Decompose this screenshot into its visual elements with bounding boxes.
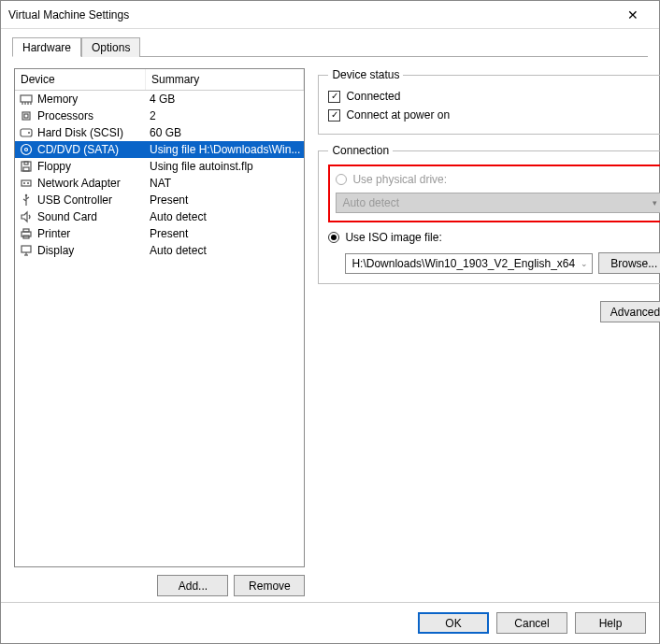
device-summary: Present — [148, 227, 300, 240]
device-summary: NAT — [148, 177, 300, 190]
device-name: Hard Disk (SCSI) — [37, 126, 148, 139]
svg-rect-5 — [22, 112, 30, 120]
physical-drive-value: Auto detect — [342, 196, 399, 209]
svg-point-17 — [25, 194, 27, 196]
connected-row[interactable]: ✓ Connected — [328, 87, 660, 106]
list-item[interactable]: PrinterPresent — [15, 225, 304, 242]
svg-rect-13 — [23, 167, 29, 171]
content-area: Hardware Options Device Summary Memory4 … — [1, 29, 659, 602]
device-name: Floppy — [37, 160, 148, 173]
connection-legend: Connection — [328, 144, 393, 157]
svg-rect-21 — [22, 246, 31, 252]
device-name: USB Controller — [37, 193, 148, 207]
help-button[interactable]: Help — [575, 612, 646, 634]
checkbox-icon[interactable]: ✓ — [328, 91, 340, 103]
printer-icon — [19, 226, 34, 241]
device-name: Sound Card — [37, 210, 148, 223]
svg-rect-14 — [22, 180, 31, 186]
advanced-row: Advanced... — [318, 301, 660, 322]
checkbox-icon[interactable]: ✓ — [328, 109, 340, 122]
iso-file-row: H:\Downloads\Win10_1903_V2_English_x64 ⌄… — [345, 252, 660, 274]
memory-icon — [19, 92, 34, 107]
svg-rect-12 — [24, 162, 28, 165]
device-name: CD/DVD (SATA) — [37, 143, 148, 156]
device-summary: 4 GB — [148, 93, 300, 106]
usb-icon — [19, 193, 34, 208]
list-item[interactable]: DisplayAuto detect — [15, 242, 304, 259]
network-icon — [19, 176, 34, 191]
physical-drive-label: Use physical drive: — [352, 173, 447, 186]
list-item[interactable]: CD/DVD (SATA)Using file H:\Downloads\Win… — [15, 141, 304, 158]
display-icon — [19, 243, 34, 258]
iso-file-select[interactable]: H:\Downloads\Win10_1903_V2_English_x64 ⌄ — [345, 253, 593, 274]
list-item[interactable]: Hard Disk (SCSI)60 GB — [15, 124, 304, 141]
left-panel: Device Summary Memory4 GBProcessors2Hard… — [14, 68, 305, 596]
column-header-summary[interactable]: Summary — [146, 69, 304, 90]
svg-rect-0 — [21, 95, 32, 102]
cd-icon — [19, 142, 34, 157]
svg-point-15 — [23, 182, 25, 184]
device-summary: Auto detect — [148, 210, 300, 223]
iso-row-radio[interactable]: Use ISO image file: — [328, 228, 660, 247]
svg-point-8 — [28, 132, 30, 134]
list-item[interactable]: Memory4 GB — [15, 91, 304, 107]
main-panels: Device Summary Memory4 GBProcessors2Hard… — [12, 57, 648, 602]
browse-button[interactable]: Browse... — [598, 252, 660, 274]
list-item[interactable]: USB ControllerPresent — [15, 192, 304, 208]
list-item[interactable]: Processors2 — [15, 107, 304, 124]
device-name: Printer — [37, 227, 148, 240]
connection-group: Connection Use physical drive: Auto dete… — [318, 144, 660, 284]
svg-point-10 — [25, 149, 28, 151]
cpu-icon — [19, 108, 34, 123]
disk-icon — [19, 125, 34, 140]
device-name: Processors — [37, 109, 148, 122]
svg-point-9 — [22, 145, 32, 155]
tab-hardware[interactable]: Hardware — [12, 37, 81, 57]
iso-file-value: H:\Downloads\Win10_1903_V2_English_x64 — [352, 257, 575, 270]
add-button[interactable]: Add... — [157, 575, 228, 596]
list-header: Device Summary — [15, 69, 304, 91]
device-summary: Auto detect — [148, 244, 300, 257]
dialog-footer: OK Cancel Help — [1, 602, 659, 643]
device-status-group: Device status ✓ Connected ✓ Connect at p… — [318, 68, 660, 135]
svg-rect-6 — [24, 114, 28, 118]
tab-strip: Hardware Options — [12, 36, 648, 57]
advanced-button[interactable]: Advanced... — [600, 301, 660, 322]
right-panel: Device status ✓ Connected ✓ Connect at p… — [318, 68, 660, 596]
list-item[interactable]: Sound CardAuto detect — [15, 208, 304, 225]
svg-point-16 — [27, 182, 29, 184]
device-status-legend: Device status — [328, 68, 403, 81]
sound-icon — [19, 209, 34, 224]
settings-window: Virtual Machine Settings ✕ Hardware Opti… — [0, 0, 660, 644]
window-title: Virtual Machine Settings — [8, 8, 614, 21]
connect-power-on-row[interactable]: ✓ Connect at power on — [328, 106, 660, 124]
floppy-icon — [19, 159, 34, 174]
tab-options[interactable]: Options — [81, 37, 140, 57]
connected-label: Connected — [346, 90, 400, 103]
iso-label: Use ISO image file: — [345, 231, 441, 244]
radio-icon — [336, 174, 347, 185]
connect-power-on-label: Connect at power on — [346, 108, 450, 122]
device-summary: 2 — [148, 109, 300, 122]
device-list[interactable]: Device Summary Memory4 GBProcessors2Hard… — [14, 68, 305, 567]
device-summary: Using file H:\Downloads\Win... — [148, 143, 300, 156]
close-icon[interactable]: ✕ — [614, 7, 652, 22]
titlebar: Virtual Machine Settings ✕ — [1, 1, 659, 29]
radio-icon[interactable] — [328, 232, 339, 243]
list-item[interactable]: Network AdapterNAT — [15, 175, 304, 192]
physical-drive-row: Use physical drive: — [336, 170, 660, 189]
device-name: Memory — [37, 93, 148, 106]
list-item[interactable]: FloppyUsing file autoinst.flp — [15, 158, 304, 175]
device-name: Network Adapter — [37, 177, 148, 190]
svg-rect-7 — [21, 129, 32, 136]
device-summary: 60 GB — [148, 126, 300, 139]
column-header-device[interactable]: Device — [15, 69, 146, 90]
cancel-button[interactable]: Cancel — [496, 612, 567, 634]
device-summary: Present — [148, 193, 300, 207]
svg-rect-19 — [23, 229, 29, 232]
remove-button[interactable]: Remove — [234, 575, 305, 596]
physical-drive-highlight: Use physical drive: Auto detect ▾ — [328, 165, 660, 222]
chevron-down-icon[interactable]: ⌄ — [581, 259, 588, 268]
ok-button[interactable]: OK — [418, 612, 489, 634]
chevron-down-icon: ▾ — [653, 198, 657, 208]
